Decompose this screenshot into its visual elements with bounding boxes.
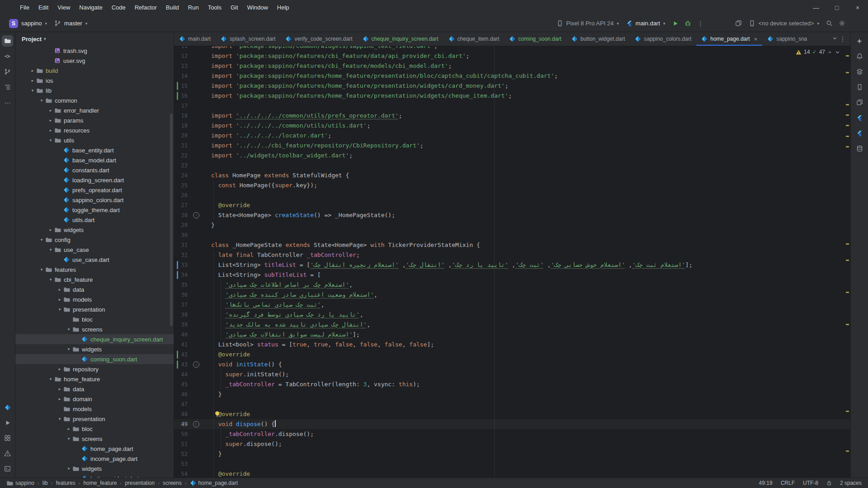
chevron-right-icon[interactable]: ▸ bbox=[29, 78, 36, 83]
tool-stripe-dart-analysis-button[interactable] bbox=[2, 402, 13, 413]
minimize-button[interactable]: — bbox=[806, 0, 826, 15]
tab-control-more-v[interactable]: ⋮ bbox=[840, 35, 846, 43]
tree-item-trash-svg[interactable]: trash.svg bbox=[15, 46, 174, 56]
code-line-16[interactable]: 16import 'package:sappino/features/home_… bbox=[174, 91, 850, 101]
search-everywhere-button[interactable] bbox=[823, 17, 835, 30]
chevron-down-icon[interactable]: ▾ bbox=[47, 277, 54, 282]
code-line-48[interactable]: 48 @override bbox=[174, 409, 850, 419]
warning-stripe-mark[interactable] bbox=[846, 450, 849, 452]
tab-cheque_inquiry_screen-dart[interactable]: cheque_inquiry_screen.dart bbox=[358, 32, 443, 46]
tab-close-icon[interactable]: × bbox=[754, 36, 758, 43]
tree-item-widgets[interactable]: ▸widgets bbox=[15, 225, 174, 235]
code-line-34[interactable]: 34 List<String> subTitleList = [ bbox=[174, 270, 850, 280]
code-line-11[interactable]: 11import 'package:sappino/common/widgets… bbox=[174, 46, 850, 51]
close-button[interactable]: × bbox=[847, 0, 868, 15]
tree-item-button_widget-dart[interactable]: button_widget.dart bbox=[15, 474, 174, 478]
code-line-18[interactable]: 18import '../../../../common/utils/prefs… bbox=[174, 111, 850, 121]
line-ending-widget[interactable]: CRLF bbox=[781, 480, 795, 486]
code-line-44[interactable]: 44 super.initState(); bbox=[174, 370, 850, 379]
code-line-36[interactable]: 36 'استعلام وضعیت اعتباری صادر کننده چک … bbox=[174, 290, 850, 300]
chevron-down-icon[interactable]: ▾ bbox=[47, 377, 54, 381]
tool-stripe-flutter-outline-button[interactable] bbox=[854, 128, 865, 139]
inspections-widget[interactable]: 14 ✓ 47 bbox=[793, 48, 843, 56]
chevron-down-icon[interactable]: ▾ bbox=[38, 267, 45, 272]
code-line-22[interactable]: 22import '../widgets/toolbar_widget.dart… bbox=[174, 151, 850, 161]
code-line-12[interactable]: 12import 'package:sappino/features/cbi_f… bbox=[174, 51, 850, 61]
chevron-down-icon[interactable]: ▾ bbox=[65, 436, 72, 441]
code-line-37[interactable]: 37 'ثبت چک صیادی تمامی بانک‌ها', bbox=[174, 300, 850, 310]
project-panel-header[interactable]: Project ▾ bbox=[15, 32, 174, 46]
tab-coming_soon-dart[interactable]: coming_soon.dart bbox=[504, 32, 566, 46]
debug-button[interactable] bbox=[682, 17, 694, 30]
menu-git[interactable]: Git bbox=[226, 0, 243, 15]
code-line-50[interactable]: 50 _tabController.dispose(); bbox=[174, 429, 850, 439]
chevron-down-icon[interactable]: ▾ bbox=[65, 327, 72, 332]
tool-stripe-problems-button[interactable] bbox=[2, 448, 13, 459]
tree-item-prefs_opreator-dart[interactable]: prefs_opreator.dart bbox=[15, 185, 174, 195]
menu-build[interactable]: Build bbox=[161, 0, 184, 15]
indent-widget[interactable]: 2 spaces bbox=[840, 480, 862, 486]
code-line-29[interactable]: 29} bbox=[174, 220, 850, 230]
tab-verify_code_screen-dart[interactable]: verify_code_screen.dart bbox=[280, 32, 357, 46]
tree-item-error_handler[interactable]: ▸error_handler bbox=[15, 105, 174, 115]
tree-item-lib[interactable]: ▾lib bbox=[15, 85, 174, 95]
menu-refactor[interactable]: Refactor bbox=[130, 0, 161, 15]
chevron-right-icon[interactable]: ▸ bbox=[56, 367, 63, 371]
tab-cheque_item-dart[interactable]: cheque_item.dart bbox=[443, 32, 505, 46]
tab-button_widget-dart[interactable]: button_widget.dart bbox=[566, 32, 630, 46]
breadcrumb-item-lib[interactable]: lib bbox=[42, 480, 48, 486]
code-line-38[interactable]: 38 'تایید یا رد چک صیادی توسط فرد گیرنده… bbox=[174, 310, 850, 320]
code-line-41[interactable]: 41 List<bool> status = [true, true, fals… bbox=[174, 340, 850, 350]
warning-stripe-mark[interactable] bbox=[846, 324, 849, 325]
chevron-down-icon[interactable]: ▾ bbox=[29, 88, 36, 93]
tree-item-models[interactable]: models bbox=[15, 404, 174, 414]
code-line-32[interactable]: 32 late final TabController _tabControll… bbox=[174, 250, 850, 260]
code-line-27[interactable]: 27 @override bbox=[174, 200, 850, 210]
tab-control-chevron-down[interactable] bbox=[832, 35, 838, 43]
run-configuration-selector[interactable]: main.dart ▾ bbox=[623, 18, 669, 29]
warning-stripe-mark[interactable] bbox=[846, 260, 849, 261]
tree-item-features[interactable]: ▾features bbox=[15, 265, 174, 275]
code-line-43[interactable]: 43↑ void initState() { bbox=[174, 360, 850, 370]
intention-bulb-icon[interactable] bbox=[214, 411, 221, 417]
chevron-right-icon[interactable]: ▸ bbox=[56, 287, 63, 292]
tree-item-cheque_inquiry_screen-dart[interactable]: cheque_inquiry_screen.dart bbox=[15, 334, 174, 344]
tool-stripe-running-devices-button[interactable] bbox=[854, 97, 865, 108]
project-widget[interactable]: S sappino ▾ bbox=[5, 17, 51, 30]
chevron-down-icon[interactable]: ▾ bbox=[65, 347, 72, 351]
code-line-40[interactable]: 40 'استعلام لیست سوابق انتقالات چک صیادی… bbox=[174, 330, 850, 340]
menu-tools[interactable]: Tools bbox=[203, 0, 226, 15]
code-line-14[interactable]: 14import 'package:sappino/features/home_… bbox=[174, 71, 850, 81]
tree-item-cbi_feature[interactable]: ▾cbi_feature bbox=[15, 275, 174, 284]
tree-item-data[interactable]: ▸data bbox=[15, 384, 174, 394]
chevron-right-icon[interactable]: ▸ bbox=[29, 68, 36, 73]
tree-item-presentation[interactable]: ▾presentation bbox=[15, 304, 174, 314]
tree-item-repository[interactable]: ▸repository bbox=[15, 364, 174, 374]
tree-item-toggle_theme-dart[interactable]: toggle_theme.dart bbox=[15, 205, 174, 215]
tree-item-coming_soon-dart[interactable]: coming_soon.dart bbox=[15, 354, 174, 364]
chevron-down-icon[interactable]: ▾ bbox=[56, 417, 63, 421]
code-line-49[interactable]: 49↑ void dispose() { bbox=[174, 419, 850, 429]
chevron-down-icon[interactable]: ▾ bbox=[47, 247, 54, 252]
code-line-51[interactable]: 51 super.dispose(); bbox=[174, 439, 850, 449]
tree-item-base_entity-dart[interactable]: base_entity.dart bbox=[15, 145, 174, 155]
code-line-52[interactable]: 52 } bbox=[174, 449, 850, 459]
tree-item-use_case-dart[interactable]: use_case.dart bbox=[15, 255, 174, 265]
run-button[interactable] bbox=[669, 17, 682, 30]
encoding-widget[interactable]: UTF-8 bbox=[803, 480, 818, 486]
tab-main-dart[interactable]: main.dart bbox=[174, 32, 216, 46]
code-line-23[interactable]: 23 bbox=[174, 161, 850, 171]
chevron-down-icon[interactable]: ▾ bbox=[65, 466, 72, 471]
running-devices-button[interactable] bbox=[732, 17, 745, 30]
warning-stripe-mark[interactable] bbox=[846, 72, 849, 73]
code-line-21[interactable]: 21import '../../../cbi_feature/repositor… bbox=[174, 141, 850, 151]
tree-item-home_page-dart[interactable]: home_page.dart bbox=[15, 444, 174, 454]
tab-sappino_colors-dart[interactable]: sappino_colors.dart bbox=[630, 32, 696, 46]
project-tree-scrollbar[interactable] bbox=[170, 114, 173, 326]
menu-navigate[interactable]: Navigate bbox=[75, 0, 107, 15]
overriding-method-icon[interactable]: ↑ bbox=[193, 212, 199, 218]
tool-stripe-ai-assistant-button[interactable] bbox=[854, 35, 865, 47]
tool-stripe-pull-requests-button[interactable] bbox=[2, 66, 13, 77]
tree-item-income_page-dart[interactable]: income_page.dart bbox=[15, 454, 174, 464]
menu-help[interactable]: Help bbox=[273, 0, 294, 15]
